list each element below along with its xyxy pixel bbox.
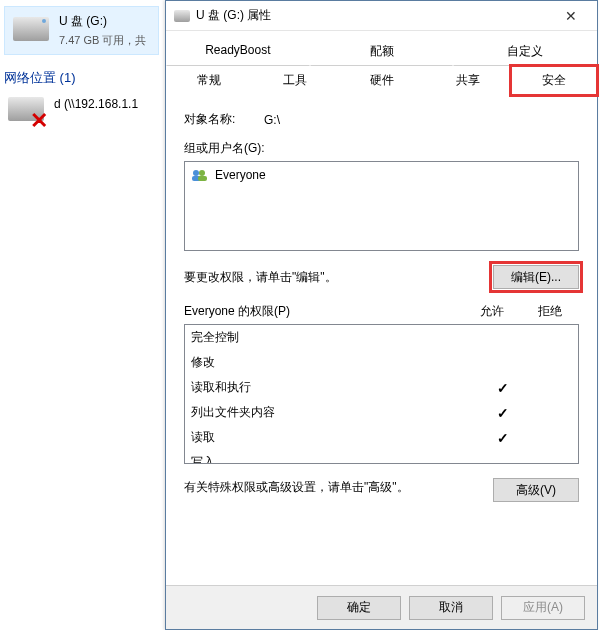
network-drive-icon: ✕ xyxy=(8,97,44,127)
permission-allow: ✓ xyxy=(480,405,526,421)
title-drive-icon xyxy=(174,10,190,22)
ok-button[interactable]: 确定 xyxy=(317,596,401,620)
permission-row[interactable]: 读取✓ xyxy=(185,425,578,450)
permissions-list[interactable]: 完全控制修改读取和执行✓列出文件夹内容✓读取✓写入 xyxy=(184,324,579,464)
tab-readyboost[interactable]: ReadyBoost xyxy=(166,37,310,66)
groups-list[interactable]: Everyone xyxy=(184,161,579,251)
group-item-everyone[interactable]: Everyone xyxy=(189,166,574,184)
dialog-title: U 盘 (G:) 属性 xyxy=(196,7,548,24)
permission-name: 修改 xyxy=(191,354,480,371)
permission-name: 读取和执行 xyxy=(191,379,480,396)
tab-content-security: 对象名称: G:\ 组或用户名(G): Everyone 要更改权限，请单击"编… xyxy=(166,95,597,585)
titlebar[interactable]: U 盘 (G:) 属性 ✕ xyxy=(166,1,597,31)
permission-name: 完全控制 xyxy=(191,329,480,346)
close-button[interactable]: ✕ xyxy=(548,2,593,30)
permission-name: 列出文件夹内容 xyxy=(191,404,480,421)
svg-point-0 xyxy=(193,170,199,176)
permission-name: 写入 xyxy=(191,454,480,464)
advanced-button[interactable]: 高级(V) xyxy=(493,478,579,502)
disconnected-x-icon: ✕ xyxy=(30,112,48,130)
tab-security[interactable]: 安全 xyxy=(511,66,597,95)
drive-icon xyxy=(13,17,49,41)
permission-row[interactable]: 完全控制 xyxy=(185,325,578,350)
permission-row[interactable]: 写入 xyxy=(185,450,578,464)
permissions-header-label: Everyone 的权限(P) xyxy=(184,303,463,320)
properties-dialog: U 盘 (G:) 属性 ✕ ReadyBoost 配额 自定义 常规 工具 硬件… xyxy=(165,0,598,630)
edit-hint: 要更改权限，请单击"编辑"。 xyxy=(184,269,337,286)
tab-hardware[interactable]: 硬件 xyxy=(338,66,424,95)
perm-col-allow: 允许 xyxy=(463,303,521,320)
tab-general[interactable]: 常规 xyxy=(166,66,252,95)
svg-point-1 xyxy=(199,170,205,176)
svg-rect-3 xyxy=(198,176,207,181)
perm-col-deny: 拒绝 xyxy=(521,303,579,320)
tab-strip: ReadyBoost 配额 自定义 常规 工具 硬件 共享 安全 xyxy=(166,31,597,95)
group-icon xyxy=(191,168,209,182)
drive-texts: U 盘 (G:) 7.47 GB 可用，共 xyxy=(59,13,146,48)
group-name: Everyone xyxy=(215,168,266,182)
edit-button[interactable]: 编辑(E)... xyxy=(493,265,579,289)
tab-sharing[interactable]: 共享 xyxy=(425,66,511,95)
object-name-label: 对象名称: xyxy=(184,111,264,128)
object-name-value: G:\ xyxy=(264,113,280,127)
tab-tools[interactable]: 工具 xyxy=(252,66,338,95)
permission-allow: ✓ xyxy=(480,380,526,396)
apply-button[interactable]: 应用(A) xyxy=(501,596,585,620)
permission-name: 读取 xyxy=(191,429,480,446)
groups-label: 组或用户名(G): xyxy=(184,140,579,157)
drive-name: U 盘 (G:) xyxy=(59,13,146,30)
drive-sub: 7.47 GB 可用，共 xyxy=(59,33,146,48)
permission-row[interactable]: 读取和执行✓ xyxy=(185,375,578,400)
tab-custom[interactable]: 自定义 xyxy=(453,37,597,66)
permission-allow: ✓ xyxy=(480,430,526,446)
permission-row[interactable]: 列出文件夹内容✓ xyxy=(185,400,578,425)
drive-item[interactable]: U 盘 (G:) 7.47 GB 可用，共 xyxy=(4,6,159,55)
advanced-hint: 有关特殊权限或高级设置，请单击"高级"。 xyxy=(184,478,409,496)
network-item-name: d (\\192.168.1.1 xyxy=(54,97,138,111)
permission-row[interactable]: 修改 xyxy=(185,350,578,375)
dialog-footer: 确定 取消 应用(A) xyxy=(166,585,597,629)
cancel-button[interactable]: 取消 xyxy=(409,596,493,620)
tab-quota[interactable]: 配额 xyxy=(310,37,454,66)
